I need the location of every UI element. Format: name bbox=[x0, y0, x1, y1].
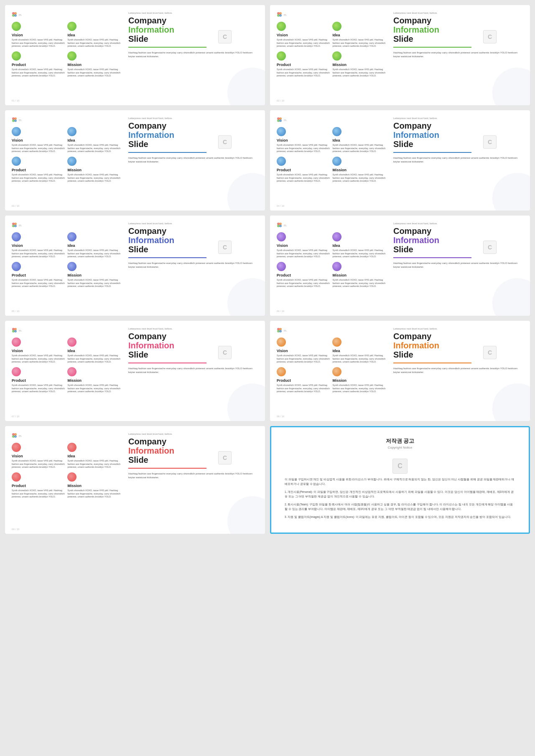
mission-title: Mission bbox=[67, 63, 120, 67]
vision-text: Synth shoreditch XOXO, tasse VHS pitil. … bbox=[277, 249, 330, 259]
slide-information: Information bbox=[393, 341, 523, 350]
vision-title: Vision bbox=[277, 138, 330, 142]
slide-card-9: m. Vision Synth shoreditch XOXO, tasse V… bbox=[5, 426, 265, 534]
product-section: Product Synth shoreditch XOXO, tasse VHS… bbox=[12, 157, 65, 183]
vision-dot bbox=[277, 337, 286, 347]
mission-text: Synth shoreditch XOXO, tasse VHS pitil. … bbox=[332, 279, 385, 288]
sub-section-top: Vision Synth shoreditch XOXO, tasse VHS … bbox=[12, 232, 121, 259]
copyright-badge: C bbox=[392, 459, 408, 474]
copyright-subtitle: Copyright Notice bbox=[387, 446, 412, 449]
brand-initial: m. bbox=[19, 329, 22, 332]
copyright-para-0: 이 파일을 구입하시면 개인 및 비상업적 사용을 위한 라이선스가 부여됩니다… bbox=[285, 477, 515, 486]
slide-left-8: m. Vision Synth shoreditch XOXO, tasse V… bbox=[277, 327, 386, 414]
slide-left-3: m. Vision Synth shoreditch XOXO, tasse V… bbox=[12, 117, 121, 204]
vision-section: Vision Synth shoreditch XOXO, tasse VHS … bbox=[277, 232, 330, 259]
mission-dot bbox=[332, 157, 341, 166]
mission-section: Mission Synth shoreditch XOXO, tasse VHS… bbox=[67, 262, 120, 288]
mission-title: Mission bbox=[67, 273, 120, 277]
mission-title: Mission bbox=[332, 273, 385, 277]
slide-header: Letterpress next level trust fund, befor… bbox=[393, 222, 523, 225]
idea-dot bbox=[67, 337, 76, 347]
vision-section: Vision Synth shoreditch XOXO, tasse VHS … bbox=[12, 337, 65, 364]
svg-point-31 bbox=[279, 330, 282, 332]
vision-section: Vision Synth shoreditch XOXO, tasse VHS … bbox=[12, 127, 65, 153]
idea-section: Idea Synth shoreditch XOXO, tasse VHS pi… bbox=[67, 337, 120, 364]
vision-dot bbox=[12, 127, 21, 136]
slide-company: Company bbox=[393, 121, 523, 130]
mission-dot bbox=[332, 51, 341, 61]
mission-section: Mission Synth shoreditch XOXO, tasse VHS… bbox=[332, 51, 385, 78]
vision-dot bbox=[12, 337, 21, 347]
sub-section-top: Vision Synth shoreditch XOXO, tasse VHS … bbox=[12, 127, 121, 153]
vision-dot bbox=[277, 127, 286, 136]
product-text: Synth shoreditch XOXO, tasse VHS pitil. … bbox=[277, 173, 330, 183]
slide-left-7: m. Vision Synth shoreditch XOXO, tasse V… bbox=[12, 327, 121, 414]
idea-dot bbox=[67, 127, 76, 136]
slide-left-2: m. Vision Synth shoreditch XOXO, tasse V… bbox=[277, 12, 386, 99]
product-title: Product bbox=[12, 484, 65, 488]
idea-text: Synth shoreditch XOXO, tasse VHS pitil. … bbox=[332, 249, 385, 259]
slide-header: Letterpress next level trust fund, befor… bbox=[128, 12, 258, 14]
product-text: Synth shoreditch XOXO, tasse VHS pitil. … bbox=[277, 68, 330, 78]
slide-right-8: Letterpress next level trust fund, befor… bbox=[390, 327, 523, 414]
slide-slide: Slide bbox=[128, 34, 258, 43]
slide-information: Information bbox=[128, 130, 258, 140]
slide-body: Hashtag fashion axe fingerstache everyda… bbox=[393, 367, 523, 374]
mission-dot bbox=[67, 472, 76, 482]
slide-divider bbox=[128, 468, 206, 469]
bottom-row: m. Vision Synth shoreditch XOXO, tasse V… bbox=[0, 426, 535, 539]
mission-section: Mission Synth shoreditch XOXO, tasse VHS… bbox=[332, 262, 385, 288]
slide-company: Company bbox=[393, 16, 523, 25]
page-number: 02 / 10 bbox=[277, 99, 284, 102]
idea-title: Idea bbox=[67, 349, 120, 353]
page-number: 01 / 10 bbox=[12, 99, 19, 102]
slide-divider bbox=[393, 152, 471, 153]
slide-information: Information bbox=[393, 130, 523, 140]
mission-title: Mission bbox=[67, 378, 120, 383]
slide-header: Letterpress next level trust fund, befor… bbox=[393, 12, 523, 14]
vision-section: Vision Synth shoreditch XOXO, tasse VHS … bbox=[277, 127, 330, 153]
slide-company: Company bbox=[393, 226, 523, 236]
mission-title: Mission bbox=[332, 63, 385, 67]
logo-icon bbox=[277, 117, 283, 123]
vision-text: Synth shoreditch XOXO, tasse VHS pitil. … bbox=[12, 38, 65, 48]
slide-card-1: m. Vision Synth shoreditch XOXO, tasse V… bbox=[5, 5, 265, 105]
brand-initial: m. bbox=[284, 224, 287, 227]
page-number: 04 / 10 bbox=[277, 205, 284, 207]
mission-section: Mission Synth shoreditch XOXO, tasse VHS… bbox=[67, 51, 120, 78]
idea-dot bbox=[67, 443, 76, 452]
slide-slide: Slide bbox=[393, 245, 523, 254]
product-text: Synth shoreditch XOXO, tasse VHS pitil. … bbox=[277, 279, 330, 288]
logo-icon bbox=[277, 12, 283, 18]
slide-card-2: m. Vision Synth shoreditch XOXO, tasse V… bbox=[270, 5, 530, 105]
mission-text: Synth shoreditch XOXO, tasse VHS pitil. … bbox=[67, 68, 120, 78]
slide-slide: Slide bbox=[393, 34, 523, 43]
slide-divider bbox=[393, 257, 471, 258]
sub-section-bottom: Product Synth shoreditch XOXO, tasse VHS… bbox=[12, 472, 121, 499]
corner-badge: C bbox=[218, 30, 232, 43]
product-section: Product Synth shoreditch XOXO, tasse VHS… bbox=[12, 262, 65, 288]
mission-dot bbox=[332, 367, 341, 376]
product-dot bbox=[12, 262, 21, 271]
product-dot bbox=[277, 367, 286, 376]
copyright-para-2: 2. 회사사용(Team): 구입한 파일을 한 회사에서 여러 사람(팀원들)… bbox=[285, 502, 515, 511]
slide-body: Hashtag fashion axe fingerstache everyda… bbox=[128, 51, 258, 58]
corner-badge: C bbox=[218, 241, 232, 254]
idea-title: Idea bbox=[67, 244, 120, 248]
slide-header: Letterpress next level trust fund, befor… bbox=[128, 433, 258, 435]
logo-icon bbox=[277, 222, 283, 228]
slide-slide: Slide bbox=[393, 350, 523, 359]
svg-point-27 bbox=[14, 330, 17, 332]
sub-section-top: Vision Synth shoreditch XOXO, tasse VHS … bbox=[277, 22, 386, 48]
product-dot bbox=[12, 367, 21, 376]
sub-section-bottom: Product Synth shoreditch XOXO, tasse VHS… bbox=[12, 262, 121, 288]
slide-divider bbox=[128, 363, 206, 363]
mission-dot bbox=[67, 157, 76, 166]
product-text: Synth shoreditch XOXO, tasse VHS pitil. … bbox=[12, 173, 65, 183]
idea-text: Synth shoreditch XOXO, tasse VHS pitil. … bbox=[67, 38, 120, 48]
corner-badge: C bbox=[218, 135, 232, 149]
brand-initial: m. bbox=[19, 119, 22, 122]
product-section: Product Synth shoreditch XOXO, tasse VHS… bbox=[12, 51, 65, 78]
product-title: Product bbox=[12, 273, 65, 277]
slide-company: Company bbox=[128, 121, 258, 130]
